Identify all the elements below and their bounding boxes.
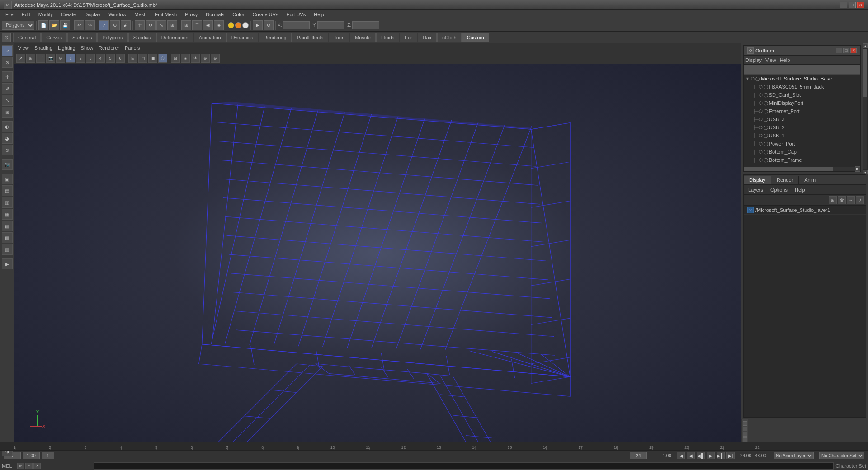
lasso-tool[interactable]: ⊘ — [2, 57, 13, 68]
outliner-close-btn[interactable]: ✕ — [850, 48, 857, 53]
attr-tab-anim[interactable]: Anim — [799, 176, 821, 184]
menu-file[interactable]: File — [2, 11, 17, 18]
move-btn[interactable]: ✛ — [135, 20, 145, 30]
shelf-tab-fur[interactable]: Fur — [400, 33, 417, 42]
vp-show-hide[interactable]: 👁 — [191, 54, 200, 63]
snap-point-btn[interactable]: ◉ — [203, 20, 213, 30]
shelf-tab-toon[interactable]: Toon — [329, 33, 349, 42]
skip-end-btn[interactable]: ▶| — [726, 452, 735, 459]
outliner-help-menu[interactable]: Help — [780, 57, 790, 63]
scale-btn[interactable]: ⤡ — [156, 20, 166, 30]
vp-snap-curve[interactable]: ⌒ — [36, 54, 45, 63]
lasso-btn[interactable]: ⊙ — [110, 20, 120, 30]
vp-grid[interactable]: ⊞ — [171, 54, 180, 63]
move-tool[interactable]: ✛ — [2, 71, 13, 82]
color-dot-orange[interactable] — [235, 22, 241, 28]
tree-item-jack[interactable]: ├─ ⬡ ◯ FBXASC051_5mm_Jack — [744, 83, 860, 91]
vscroll-down-btn[interactable]: ▼ — [863, 170, 868, 174]
tree-item-usb3[interactable]: ├─ ⬡ ◯ USB_3 — [744, 115, 860, 123]
vp-mode4[interactable]: 4 — [96, 54, 105, 63]
attr-tab-render[interactable]: Render — [771, 176, 799, 184]
mel-input-field[interactable] — [94, 462, 834, 470]
select-tool[interactable]: ↗ — [2, 45, 13, 56]
shelf-tab-general[interactable]: General — [13, 33, 41, 42]
render-view[interactable]: ▶ — [2, 258, 13, 269]
mode-dropdown[interactable]: Polygons — [2, 21, 34, 30]
shelf-tab-rendering[interactable]: Rendering — [259, 33, 292, 42]
redo-btn[interactable]: ↪ — [85, 20, 95, 30]
outliner-max-btn[interactable]: □ — [843, 48, 849, 53]
open-scene-btn[interactable]: 📂 — [49, 20, 59, 30]
menu-normals[interactable]: Normals — [202, 11, 228, 18]
frame-step-field[interactable] — [42, 452, 54, 459]
outliner-search[interactable] — [744, 65, 860, 75]
snap-grid-btn[interactable]: ⊞ — [181, 20, 191, 30]
layer-create-btn[interactable]: ⊞ — [829, 196, 837, 204]
menu-create-uvs[interactable]: Create UVs — [249, 11, 282, 18]
tree-item-usb2[interactable]: ├─ ⬡ ◯ USB_2 — [744, 123, 860, 132]
tree-item-bottomframe[interactable]: ├─ ⬡ ◯ Bottom_Frame — [744, 156, 860, 164]
tool2[interactable]: ▤ — [2, 185, 13, 196]
outliner-hscrollbar[interactable]: ▶ — [744, 166, 860, 171]
viewport-show-menu[interactable]: Show — [81, 45, 94, 51]
color-dot-white[interactable] — [242, 22, 249, 28]
shelf-tab-ncloth[interactable]: nCloth — [437, 33, 462, 42]
layers-menu[interactable]: Layers — [745, 186, 766, 193]
vp-snap-grid[interactable]: ⊞ — [26, 54, 35, 63]
tree-item-sdcard[interactable]: ├─ ⬡ ◯ SD_Card_Slot — [744, 91, 860, 99]
menu-mesh[interactable]: Mesh — [131, 11, 150, 18]
save-scene-btn[interactable]: 💾 — [60, 20, 70, 30]
viewport-panels-menu[interactable]: Panels — [125, 45, 140, 51]
side-strip-btn-4[interactable] — [743, 437, 747, 442]
tree-item-root[interactable]: ▼ ⬡ ◯ Microsoft_Surface_Studio_Base — [744, 75, 860, 83]
vp-mode2[interactable]: 2 — [76, 54, 85, 63]
tree-item-usb1[interactable]: ├─ ⬡ ◯ USB_1 — [744, 132, 860, 140]
vp-mode6[interactable]: 6 — [116, 54, 125, 63]
rotate-btn[interactable]: ↺ — [146, 20, 156, 30]
maximize-button[interactable]: □ — [849, 2, 856, 8]
play-forward-btn[interactable]: ▶ — [707, 452, 715, 459]
shelf-tab-deformation[interactable]: Deformation — [156, 33, 193, 42]
menu-window[interactable]: Window — [105, 11, 130, 18]
shelf-tab-fluids[interactable]: Fluids — [376, 33, 399, 42]
soft-mod-tool[interactable]: ◐ — [2, 121, 13, 132]
scale-tool[interactable]: ⤡ — [2, 95, 13, 106]
vp-camera[interactable]: 📷 — [46, 54, 55, 63]
options-menu[interactable]: Options — [768, 186, 790, 193]
vp-shading1[interactable]: ◼ — [148, 54, 157, 63]
vp-bookmark1[interactable]: ⊕ — [201, 54, 210, 63]
universal-manip[interactable]: ⊞ — [2, 107, 13, 118]
side-strip-btn-1[interactable] — [743, 421, 747, 426]
shelf-tab-subdivs[interactable]: Subdivs — [128, 33, 156, 42]
menu-edit[interactable]: Edit — [18, 11, 34, 18]
viewport-shading-menu[interactable]: Shading — [34, 45, 52, 51]
mel-btn[interactable]: M — [17, 463, 24, 469]
vp-isolate[interactable]: ⊙ — [56, 54, 65, 63]
shelf-tab-surfaces[interactable]: Surfaces — [67, 33, 97, 42]
shelf-tab-curves[interactable]: Curves — [41, 33, 67, 42]
ipr-btn[interactable]: ⊙ — [264, 20, 274, 30]
menu-modify[interactable]: Modify — [35, 11, 57, 18]
layer-refresh-btn[interactable]: ↺ — [856, 196, 864, 204]
play-back-btn[interactable]: ◀▌ — [697, 452, 705, 459]
minimize-button[interactable]: – — [840, 2, 847, 8]
tool4[interactable]: ▦ — [2, 209, 13, 220]
shelf-tab-custom[interactable]: Custom — [462, 33, 489, 42]
render-btn[interactable]: ▶ — [253, 20, 263, 30]
prev-frame-btn[interactable]: ◀ — [687, 452, 695, 459]
viewport-canvas[interactable]: Y X — [14, 64, 741, 442]
timeline-ruler[interactable]: 1 2 3 4 5 6 7 8 9 10 11 12 13 14 — [0, 442, 868, 451]
outliner-display-menu[interactable]: Display — [745, 57, 762, 63]
x-field[interactable] — [283, 21, 310, 29]
layer-delete-btn[interactable]: 🗑 — [838, 196, 846, 204]
paint-btn[interactable]: 🖌 — [121, 20, 131, 30]
shelf-tab-animation[interactable]: Animation — [194, 33, 226, 42]
script-clear-btn[interactable]: ✕ — [33, 463, 41, 469]
viewport-lighting-menu[interactable]: Lighting — [58, 45, 75, 51]
menu-display[interactable]: Display — [80, 11, 104, 18]
current-frame-field[interactable] — [23, 452, 40, 459]
char-set-dropdown[interactable]: No Character Set — [819, 452, 864, 459]
vp-mode5[interactable]: 5 — [106, 54, 115, 63]
new-scene-btn[interactable]: 📄 — [38, 20, 48, 30]
side-strip-btn-3[interactable] — [743, 432, 747, 437]
